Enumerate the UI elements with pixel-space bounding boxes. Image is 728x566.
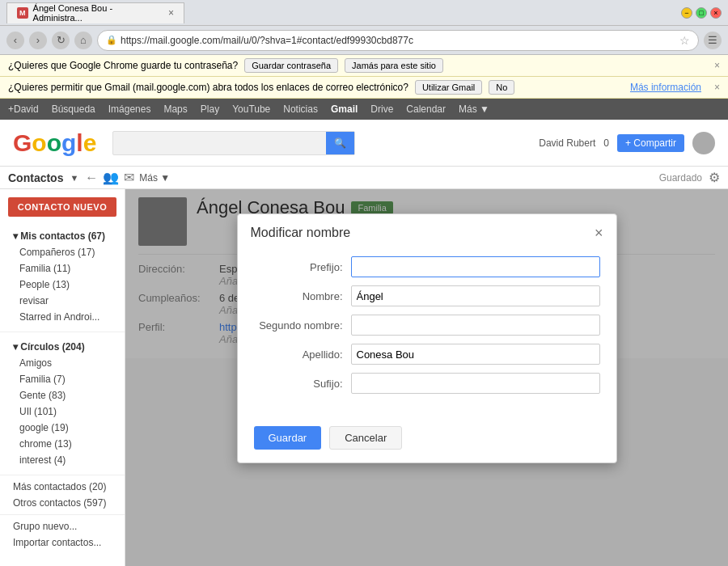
apellido-row: Apellido:: [254, 344, 600, 365]
infobar1-text: ¿Quieres que Google Chrome guarde tu con…: [8, 60, 238, 71]
gmail-infobar: ¿Quieres permitir que Gmail (mail.google…: [0, 77, 728, 99]
sidebar-familia-circulo[interactable]: Familia (7): [0, 371, 125, 387]
sidebar-revisar[interactable]: revisar: [0, 293, 125, 309]
nav-mas[interactable]: Más ▼: [459, 103, 489, 115]
sidebar-familia[interactable]: Familia (11): [0, 260, 125, 277]
sidebar-my-contacts[interactable]: ▾ Mis contactos (67): [0, 228, 125, 244]
tab-area: M Ángel Conesa Bou - Administra... ×: [6, 2, 676, 23]
minimize-btn[interactable]: −: [681, 7, 692, 19]
sidebar-importar[interactable]: Importar contactos...: [0, 534, 125, 551]
never-save-btn[interactable]: Jamás para este sitio: [345, 58, 443, 73]
tab-close-btn[interactable]: ×: [168, 7, 174, 19]
back-btn[interactable]: ‹: [6, 32, 24, 49]
nav-gmail[interactable]: Gmail: [331, 103, 358, 115]
password-infobar: ¿Quieres que Google Chrome guarde tu con…: [0, 55, 728, 77]
maximize-btn[interactable]: □: [696, 7, 707, 19]
sidebar-gente[interactable]: Gente (83): [0, 387, 125, 403]
sidebar-google[interactable]: google (19): [0, 420, 125, 436]
modal-close-btn[interactable]: ×: [595, 226, 603, 240]
apellido-input[interactable]: [351, 344, 600, 365]
sufijo-input[interactable]: [351, 373, 600, 394]
modal-title: Modificar nombre: [251, 226, 351, 240]
share-btn[interactable]: + Compartir: [617, 134, 684, 152]
cancel-btn[interactable]: Cancelar: [329, 426, 402, 450]
prefijo-input[interactable]: [351, 256, 600, 277]
menu-btn[interactable]: ☰: [704, 32, 722, 49]
nav-david[interactable]: +David: [8, 103, 39, 115]
contacts-right: Guardado ⚙: [659, 170, 720, 185]
sidebar-mas-contactados[interactable]: Más contactados (20): [0, 479, 125, 495]
segundo-nombre-row: Segundo nombre:: [254, 315, 600, 336]
segundo-nombre-input[interactable]: [351, 315, 600, 336]
sidebar-uil[interactable]: UIl (101): [0, 403, 125, 420]
nav-maps[interactable]: Maps: [163, 103, 187, 115]
sufijo-row: Sufijo:: [254, 373, 600, 394]
nav-calendar[interactable]: Calendar: [406, 103, 446, 115]
nav-imagenes[interactable]: Imágenes: [108, 103, 151, 115]
modal-body: Prefijo: Nombre: Segundo nombre:: [238, 248, 616, 418]
prefijo-label: Prefijo:: [254, 261, 351, 273]
nav-drive[interactable]: Drive: [370, 103, 393, 115]
nav-noticias[interactable]: Noticias: [283, 103, 318, 115]
forward-btn[interactable]: ›: [29, 32, 47, 49]
infobar2-close-btn[interactable]: ×: [714, 82, 720, 93]
use-gmail-btn[interactable]: Utilizar Gmail: [415, 80, 482, 95]
circulos-section: ▾ Círculos (204) Amigos Familia (7) Gent…: [0, 336, 125, 471]
main-layout: CONTACTO NUEVO ▾ Mis contactos (67) Comp…: [0, 189, 728, 566]
close-btn[interactable]: ×: [710, 7, 722, 19]
search-input[interactable]: [113, 137, 326, 149]
more-actions-btn[interactable]: Más ▼: [139, 172, 170, 184]
user-count: 0: [603, 137, 609, 149]
sidebar-interest[interactable]: interest (4): [0, 452, 125, 468]
sidebar: CONTACTO NUEVO ▾ Mis contactos (67) Comp…: [0, 189, 125, 566]
sidebar-otros-contactos[interactable]: Otros contactos (597): [0, 495, 125, 511]
no-btn[interactable]: No: [489, 80, 514, 95]
sidebar-divider-1: [0, 332, 125, 332]
sidebar-people[interactable]: People (13): [0, 277, 125, 293]
save-password-btn[interactable]: Guardar contraseña: [244, 58, 338, 73]
nav-busqueda[interactable]: Búsqueda: [52, 103, 95, 115]
search-box[interactable]: 🔍: [112, 131, 355, 155]
sidebar-companeros[interactable]: Compañeros (17): [0, 244, 125, 260]
nav-youtube[interactable]: YouTube: [232, 103, 270, 115]
address-bar[interactable]: 🔒 https://mail.google.com/mail/u/0/?shva…: [97, 30, 699, 51]
sidebar-circulos[interactable]: ▾ Círculos (204): [0, 339, 125, 355]
home-btn[interactable]: ⌂: [74, 32, 92, 49]
back-contact-icon[interactable]: ←: [85, 171, 98, 185]
contacts-dropdown-icon[interactable]: ▼: [70, 173, 78, 183]
infobar1-close-btn[interactable]: ×: [714, 60, 720, 71]
nombre-input[interactable]: [351, 285, 600, 306]
saved-label: Guardado: [659, 172, 702, 184]
avatar[interactable]: [692, 132, 715, 154]
nombre-row: Nombre:: [254, 285, 600, 306]
lock-icon: 🔒: [106, 35, 117, 45]
google-navbar: +David Búsqueda Imágenes Maps Play YouTu…: [0, 99, 728, 120]
edit-name-modal: Modificar nombre × Prefijo: Nombre:: [237, 213, 617, 463]
url-text: https://mail.google.com/mail/u/0/?shva=1…: [121, 35, 676, 46]
settings-icon[interactable]: ⚙: [709, 170, 720, 185]
contacts-bar: Contactos ▼ ← 👥 ✉ Más ▼ Guardado ⚙: [0, 167, 728, 189]
contacts-title: Contactos: [8, 171, 63, 184]
sidebar-chrome[interactable]: chrome (13): [0, 436, 125, 452]
bookmark-icon[interactable]: ☆: [679, 34, 690, 47]
prefijo-row: Prefijo:: [254, 256, 600, 277]
sidebar-amigos[interactable]: Amigos: [0, 355, 125, 371]
browser-tab[interactable]: M Ángel Conesa Bou - Administra... ×: [6, 2, 184, 23]
sufijo-label: Sufijo:: [254, 378, 351, 390]
my-contacts-section: ▾ Mis contactos (67) Compañeros (17) Fam…: [0, 225, 125, 328]
header-right: David Rubert 0 + Compartir: [539, 132, 715, 154]
nav-play[interactable]: Play: [201, 103, 219, 115]
email-icon[interactable]: ✉: [124, 170, 134, 185]
search-btn[interactable]: 🔍: [326, 132, 354, 154]
more-info-link[interactable]: Más información: [630, 82, 701, 93]
new-contact-btn[interactable]: CONTACTO NUEVO: [8, 197, 116, 217]
refresh-btn[interactable]: ↻: [52, 32, 70, 49]
modal-overlay: Modificar nombre × Prefijo: Nombre:: [125, 189, 728, 566]
google-header: Google 🔍 David Rubert 0 + Compartir: [0, 120, 728, 167]
sidebar-starred[interactable]: Starred in Androi...: [0, 309, 125, 325]
save-btn[interactable]: Guardar: [254, 426, 322, 450]
browser-titlebar: M Ángel Conesa Bou - Administra... × − □…: [0, 0, 728, 26]
people-icon[interactable]: 👥: [103, 170, 119, 185]
sidebar-divider-2: [0, 475, 125, 475]
sidebar-grupo-nuevo[interactable]: Grupo nuevo...: [0, 518, 125, 534]
